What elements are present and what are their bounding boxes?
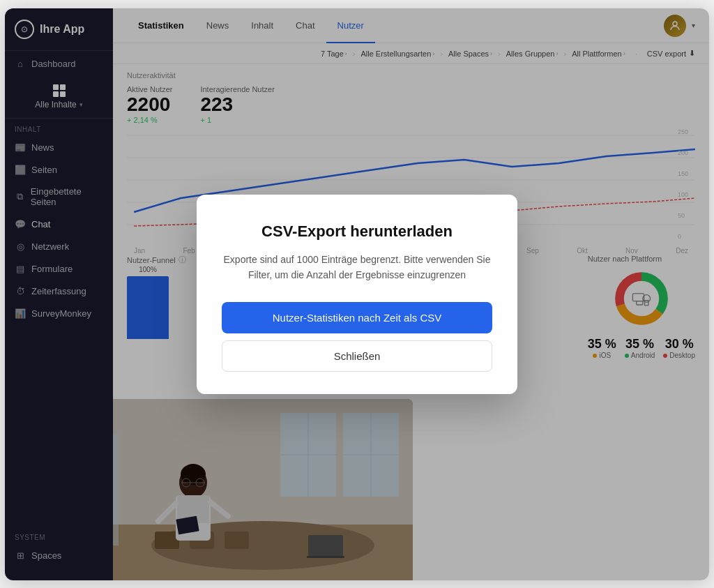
close-modal-button[interactable]: Schließen [222,340,492,372]
download-csv-button[interactable]: Nutzer-Statistiken nach Zeit als CSV [222,302,492,333]
modal-title: CSV-Export herunterladen [222,223,492,241]
modal-description: Exporte sind auf 1000 Einträge begrenzt.… [222,252,492,283]
modal-overlay: CSV-Export herunterladen Exporte sind au… [5,8,709,580]
csv-export-modal: CSV-Export herunterladen Exporte sind au… [197,195,517,395]
